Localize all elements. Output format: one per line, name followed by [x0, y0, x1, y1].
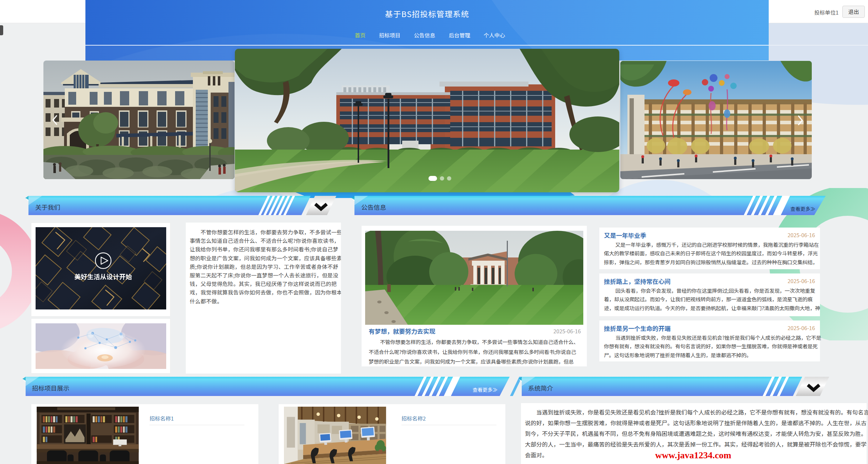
svg-text:美好生活从设计开始: 美好生活从设计开始: [74, 272, 132, 281]
